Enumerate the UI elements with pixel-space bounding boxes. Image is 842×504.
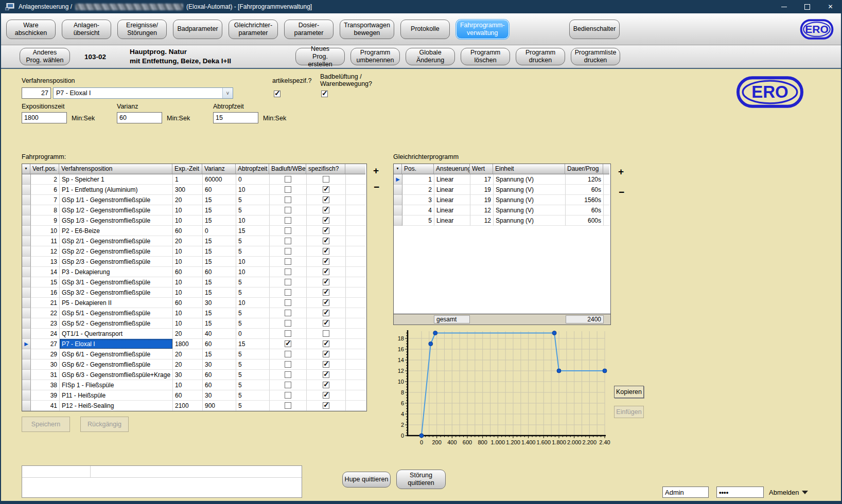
row-selector[interactable]: [22, 246, 31, 257]
table-row[interactable]: 38FISp 1 - Fließspüle10605: [22, 380, 366, 390]
row-selector[interactable]: [22, 329, 31, 339]
spez-checkbox[interactable]: [323, 258, 329, 265]
cell-wert[interactable]: 12: [470, 205, 494, 215]
cell-drip[interactable]: 5: [236, 359, 270, 370]
badluft-checkbox[interactable]: [285, 371, 291, 378]
position-number-input[interactable]: 27: [22, 87, 51, 99]
cell-badluft[interactable]: [270, 349, 307, 359]
cell-spez[interactable]: [307, 308, 346, 318]
cell-drip[interactable]: 10: [236, 257, 270, 267]
cell-pos[interactable]: 31: [31, 370, 60, 380]
cell-name[interactable]: GSp 3/1 - Gegenstromfließspüle: [60, 277, 173, 287]
cell-pos[interactable]: 14: [31, 267, 60, 277]
table-row[interactable]: 4Linear12Spannung (V)60s: [394, 205, 610, 215]
cell-pos[interactable]: 10: [31, 226, 60, 236]
varianz-input[interactable]: 60: [117, 112, 162, 123]
cell-name[interactable]: GSp 2/2 - Gegenstromfließspüle: [60, 246, 173, 257]
badluft-checkbox[interactable]: [285, 351, 291, 357]
table-row[interactable]: 3Linear19Spannung (V)1560s: [394, 195, 610, 205]
cell-einheit[interactable]: Spannung (V): [494, 205, 566, 215]
table-row[interactable]: 31GSp 6/3 - Gegenstromfließspüle+Krage30…: [22, 370, 366, 380]
copy-button[interactable]: Kopieren: [614, 386, 644, 398]
cell-var[interactable]: 15: [203, 257, 236, 267]
position-dropdown[interactable]: P7 - Eloxal I ˅: [53, 87, 233, 99]
row-selector[interactable]: [22, 174, 31, 185]
cell-dauer[interactable]: 1560s: [566, 195, 604, 205]
row-selector[interactable]: [22, 267, 31, 277]
cell-ansteuerung[interactable]: Linear: [434, 185, 470, 195]
cell-name[interactable]: P5 - Dekapieren II: [60, 298, 173, 308]
column-header-exp[interactable]: Exp.-Zeit: [172, 164, 202, 174]
cell-var[interactable]: 15: [203, 236, 236, 246]
cell-wert[interactable]: 19: [470, 195, 494, 205]
close-button[interactable]: ✕: [819, 0, 842, 13]
cell-exp[interactable]: 10: [173, 205, 203, 215]
cell-spez[interactable]: [307, 298, 346, 308]
spez-checkbox[interactable]: [323, 402, 329, 409]
cell-name[interactable]: P12 - Heiß-Sealing: [60, 401, 173, 411]
row-selector[interactable]: [394, 195, 402, 205]
cell-exp[interactable]: 60: [173, 267, 203, 277]
cell-badluft[interactable]: [270, 257, 307, 267]
cell-badluft[interactable]: [270, 205, 307, 215]
cell-pos[interactable]: 2: [31, 174, 60, 185]
abtropfzeit-input[interactable]: 15: [213, 112, 258, 123]
row-selector[interactable]: [394, 185, 402, 195]
cell-badluft[interactable]: [270, 329, 307, 339]
row-selector[interactable]: [22, 298, 31, 308]
spez-checkbox[interactable]: [323, 340, 329, 347]
horn-ack-button[interactable]: Hupe quittieren: [342, 472, 391, 488]
row-selector[interactable]: [22, 380, 31, 390]
table-row[interactable]: ▶1Linear17Spannung (V)120s: [394, 174, 610, 185]
cell-badluft[interactable]: [270, 390, 307, 401]
spez-checkbox[interactable]: [323, 238, 329, 244]
cell-drip[interactable]: 10: [236, 267, 270, 277]
row-selector[interactable]: [22, 390, 31, 401]
table-row[interactable]: 13GSp 2/3 - Gegenstromfließspüle101510: [22, 257, 366, 267]
cell-drip[interactable]: 5: [236, 287, 270, 298]
cell-drip[interactable]: 10: [236, 185, 270, 195]
cell-name[interactable]: QT1/1 - Quertransport: [60, 329, 173, 339]
badluft-checkbox[interactable]: [285, 392, 291, 399]
tab-dosier-parameter[interactable]: Dosier- parameter: [284, 20, 334, 39]
cell-spez[interactable]: [307, 236, 346, 246]
cell-spez[interactable]: [307, 339, 346, 349]
cell-exp[interactable]: 10: [173, 380, 203, 390]
badluft-checkbox[interactable]: [285, 248, 291, 255]
cell-pos[interactable]: 15: [31, 277, 60, 287]
cell-pos[interactable]: 7: [31, 195, 60, 205]
cell-pos[interactable]: 3: [402, 195, 434, 205]
cell-spez[interactable]: [307, 329, 346, 339]
tab-gleichrichter-parameter[interactable]: Gleichrichter- parameter: [229, 20, 278, 39]
maximize-button[interactable]: [796, 0, 819, 13]
cell-spez[interactable]: [307, 277, 346, 287]
cell-badluft[interactable]: [270, 226, 307, 236]
row-selector[interactable]: [22, 401, 31, 411]
cell-name[interactable]: GSp 1/2 - Gegenstromfließspüle: [60, 205, 173, 215]
button-programmliste-drucken[interactable]: Programmliste drucken: [571, 48, 620, 65]
tab-ware-abschicken[interactable]: Ware abschicken: [6, 20, 56, 39]
cell-einheit[interactable]: Spannung (V): [494, 195, 566, 205]
cell-pos[interactable]: 8: [31, 205, 60, 215]
spez-checkbox[interactable]: [323, 196, 329, 203]
cell-spez[interactable]: [307, 318, 346, 329]
cell-var[interactable]: 30: [203, 298, 236, 308]
row-selector[interactable]: [22, 318, 31, 329]
badluft-checkbox[interactable]: [285, 310, 291, 316]
cell-exp[interactable]: 30: [173, 370, 203, 380]
cell-var[interactable]: 15: [203, 205, 236, 215]
cell-pos[interactable]: 1: [402, 174, 434, 185]
tab-fahrprogramm-verwaltung[interactable]: Fahrprogramm- verwaltung: [456, 20, 509, 39]
password-input[interactable]: ••••: [716, 487, 764, 498]
spez-checkbox[interactable]: [323, 382, 329, 388]
table-row[interactable]: 2Linear19Spannung (V)60s: [394, 185, 610, 195]
cell-pos[interactable]: 24: [31, 329, 60, 339]
table-row[interactable]: 16GSp 3/2 - Gegenstromfließspüle10155: [22, 287, 366, 298]
tab-ereignisse-st-rungen[interactable]: Ereignisse/ Störungen: [117, 20, 167, 39]
cell-var[interactable]: 15: [203, 318, 236, 329]
cell-drip[interactable]: 5: [236, 205, 270, 215]
row-selector[interactable]: [22, 185, 31, 195]
table-row[interactable]: 30GSp 6/2 - Gegenstromfließspüle20305: [22, 359, 366, 370]
column-header-filter[interactable]: ▾: [394, 164, 402, 174]
cell-pos[interactable]: 39: [31, 390, 60, 401]
